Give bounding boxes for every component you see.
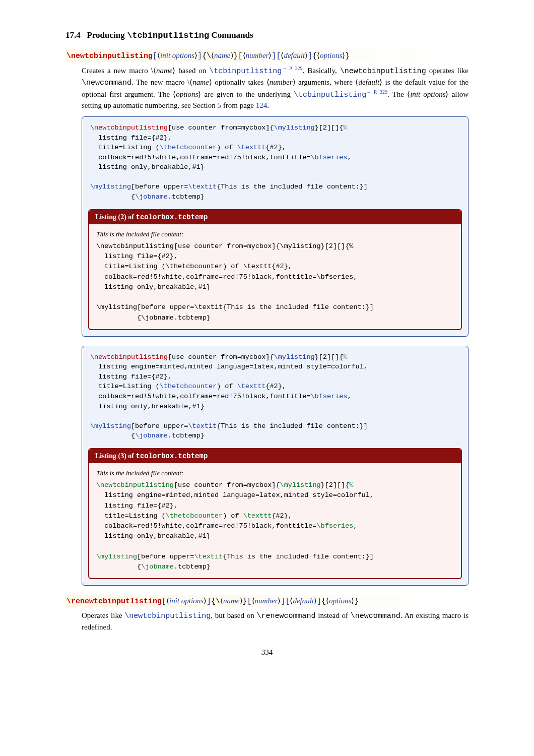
t: operates like (426, 67, 469, 75)
tok: {This is the included file content:}] (223, 553, 374, 560)
tok: ) of (217, 383, 237, 390)
t: Listing (2) of (95, 213, 136, 221)
listing-intro: This is the included file content: (96, 229, 454, 239)
tok: \jobname (141, 563, 174, 571)
tok: listing engine=minted,minted language=la… (96, 491, 374, 499)
tok: \jobname (135, 432, 168, 439)
t: \newcommand (82, 79, 131, 87)
description-new: Creates a new macro \⟨name⟩ based on \tc… (82, 65, 469, 111)
section-title-before: Producing (87, 30, 125, 40)
example-box-2: \newtcbinputlisting[use counter from=myc… (82, 346, 469, 586)
tok: % (343, 124, 347, 132)
t: tcolorbox.tcbtemp (136, 213, 208, 221)
example-box-1: \newtcbinputlisting[use counter from=myc… (82, 116, 469, 337)
tok: \newtcbinputlisting (96, 481, 174, 489)
line: \newtcbinputlisting[use counter from=myc… (96, 242, 353, 250)
t: Operates like (82, 611, 124, 619)
tok: % (343, 353, 347, 361)
page-ref[interactable]: → P. 329 (282, 66, 302, 71)
tok: \thetcbcounter (166, 512, 223, 520)
tok: {This is the included file content:}] (217, 422, 368, 430)
arg-name: name (223, 597, 240, 605)
tok: listing only,breakable,#1} (96, 532, 211, 540)
tok: \newtcbinputlisting (90, 353, 168, 361)
tok: , (353, 522, 357, 530)
tok: listing file={#2}, (90, 134, 172, 142)
tok: listing file={#2}, (90, 373, 172, 381)
tok: .tcbtemp} (174, 563, 211, 571)
tok: listing file={#2}, (96, 502, 178, 510)
tok: listing only,breakable,#1} (90, 403, 205, 410)
tok: listing only,breakable,#1} (90, 163, 205, 171)
t: are given to the underlying (201, 90, 294, 98)
t: default (358, 78, 379, 86)
arg-options: options (320, 51, 342, 59)
link-section[interactable]: 5 (218, 101, 222, 109)
tok: \mylisting (90, 183, 131, 191)
tok: [before upper= (131, 183, 188, 191)
command-signature-new: \newtcbinputlisting[⟨init options⟩]{\⟨na… (65, 49, 469, 62)
t: from page (221, 101, 256, 109)
link-newtcbinputlisting[interactable]: \newtcbinputlisting (124, 612, 211, 620)
tok: , (347, 393, 351, 400)
tok: \newtcbinputlisting (90, 124, 168, 132)
link-tcbinputlisting[interactable]: \tcbinputlisting (294, 91, 366, 99)
tok: }[2][]{ (315, 124, 344, 132)
arg-default: default (293, 597, 314, 605)
arg-name: name (214, 51, 231, 59)
t: \renewcommand (256, 612, 315, 620)
tok: \bfseries (310, 393, 347, 400)
t: . Basically, (303, 67, 340, 75)
tok: title=Listing ( (90, 383, 160, 390)
output-listing-1: Listing (2) of tcolorbox.tcbtemp This is… (88, 209, 462, 330)
link-page[interactable]: 124 (256, 101, 268, 109)
tok: \mylisting (90, 422, 131, 430)
tok: colback=red!5!white,colframe=red!75!blac… (90, 154, 310, 161)
line: listing only,breakable,#1} (96, 283, 211, 291)
tok: \mylisting (274, 353, 315, 361)
tok: colback=red!5!white,colframe=red!75!blac… (90, 393, 310, 400)
tok: title=Listing ( (96, 512, 166, 520)
tok: {#2}, (265, 383, 286, 390)
t: options (176, 90, 198, 98)
arg-number: number (255, 597, 278, 605)
t: init options (410, 90, 445, 98)
t: based on (175, 67, 209, 75)
line: title=Listing (\thetcbcounter) of \textt… (96, 263, 292, 270)
arg-init: init options (160, 51, 194, 59)
t: , but based on (211, 611, 256, 619)
t: optionally takes (212, 78, 266, 86)
tok: \textit (188, 422, 217, 430)
arg-init: init options (169, 597, 204, 605)
tok: }[2][]{ (315, 353, 344, 361)
example-source: \newtcbinputlisting[use counter from=myc… (82, 117, 468, 209)
section-number: 17.4 (65, 30, 81, 40)
listing-body: This is the included file content: \newt… (89, 224, 461, 329)
section-heading: 17.4 Producing \tcbinputlisting Commands (65, 30, 469, 40)
t: number (270, 78, 293, 86)
page-ref[interactable]: → P. 329 (366, 89, 387, 95)
tok: \jobname (135, 193, 168, 201)
tok: \mylisting (280, 481, 321, 489)
tok: { (90, 432, 135, 439)
line: colback=red!5!white,colframe=red!75!blac… (96, 273, 357, 281)
tok: \textit (188, 183, 217, 191)
tok: \thetcbcounter (160, 144, 217, 151)
tok: \mylisting (96, 553, 137, 560)
section-title-after: Commands (212, 30, 253, 40)
listing-intro: This is the included file content: (96, 468, 454, 478)
line: \mylisting[before upper=\textit{This is … (96, 303, 374, 311)
t: tcolorbox.tcbtemp (136, 452, 208, 460)
tok: % (349, 481, 353, 489)
t: \newtcbinputlisting (340, 67, 426, 76)
link-tcbinputlisting[interactable]: \tcbinputlisting (209, 67, 282, 76)
tok: .tcbtemp} (168, 432, 205, 439)
t: arguments, where (296, 78, 356, 86)
listing-title: Listing (2) of tcolorbox.tcbtemp (89, 210, 461, 224)
tok: title=Listing ( (90, 144, 160, 151)
t: instead of (315, 611, 350, 619)
tok: [use counter from=mycbox]{ (174, 481, 280, 489)
tok: \texttt (243, 512, 272, 520)
listing-title: Listing (3) of tcolorbox.tcbtemp (89, 449, 461, 463)
tok: [use counter from=mycbox]{ (168, 353, 274, 361)
